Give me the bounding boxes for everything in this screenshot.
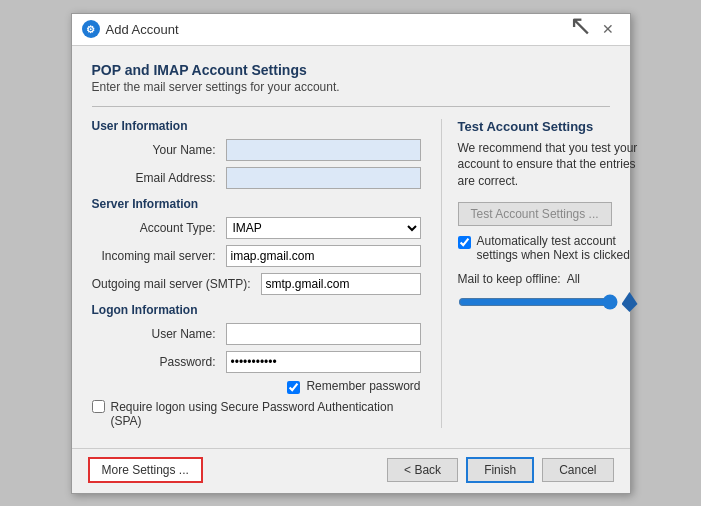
incoming-server-label: Incoming mail server:: [92, 249, 222, 263]
spa-row: Require logon using Secure Password Auth…: [92, 400, 421, 428]
email-address-row: Email Address:: [92, 167, 421, 189]
finish-button[interactable]: Finish: [466, 457, 534, 483]
account-type-select[interactable]: IMAP POP3: [226, 217, 421, 239]
password-row: Password:: [92, 351, 421, 373]
incoming-server-input[interactable]: [226, 245, 421, 267]
account-type-label: Account Type:: [92, 221, 222, 235]
window-icon: ⚙: [82, 20, 100, 38]
slider-icon: [622, 292, 638, 312]
back-button[interactable]: < Back: [387, 458, 458, 482]
your-name-row: Your Name:: [92, 139, 421, 161]
remember-password-label: Remember password: [306, 379, 420, 393]
server-info-title: Server Information: [92, 197, 421, 211]
test-settings-title: Test Account Settings: [458, 119, 638, 134]
cursor-decoration: ↖: [569, 9, 592, 42]
test-settings-description: We recommend that you test your account …: [458, 140, 638, 190]
offline-value: All: [567, 272, 580, 286]
password-label: Password:: [92, 355, 222, 369]
close-button[interactable]: ✕: [596, 17, 620, 41]
your-name-label: Your Name:: [92, 143, 222, 157]
auto-test-row: Automatically test account settings when…: [458, 234, 638, 262]
title-bar-left: ⚙ Add Account: [82, 20, 179, 38]
page-title: POP and IMAP Account Settings: [92, 62, 610, 78]
test-account-settings-button[interactable]: Test Account Settings ...: [458, 202, 612, 226]
email-address-label: Email Address:: [92, 171, 222, 185]
more-settings-button[interactable]: More Settings ...: [88, 457, 203, 483]
incoming-server-row: Incoming mail server:: [92, 245, 421, 267]
email-address-input[interactable]: [226, 167, 421, 189]
username-row: User Name:: [92, 323, 421, 345]
username-label: User Name:: [92, 327, 222, 341]
title-bar: ⚙ Add Account ↖ ✕: [72, 14, 630, 46]
cancel-button[interactable]: Cancel: [542, 458, 613, 482]
add-account-window: ⚙ Add Account ↖ ✕ POP and IMAP Account S…: [71, 13, 631, 494]
spa-label: Require logon using Secure Password Auth…: [111, 400, 421, 428]
divider: [92, 106, 610, 107]
account-type-row: Account Type: IMAP POP3: [92, 217, 421, 239]
offline-label: Mail to keep offline:: [458, 272, 561, 286]
user-info-title: User Information: [92, 119, 421, 133]
offline-row: Mail to keep offline: All: [458, 272, 638, 286]
left-column: User Information Your Name: Email Addres…: [92, 119, 421, 428]
main-content: POP and IMAP Account Settings Enter the …: [72, 46, 630, 440]
logon-info-title: Logon Information: [92, 303, 421, 317]
username-input[interactable]: [226, 323, 421, 345]
remember-row: Remember password: [92, 379, 421, 394]
two-column-layout: User Information Your Name: Email Addres…: [92, 119, 610, 428]
page-subtitle: Enter the mail server settings for your …: [92, 80, 610, 94]
password-input[interactable]: [226, 351, 421, 373]
footer: More Settings ... < Back Finish Cancel: [72, 448, 630, 493]
auto-test-label: Automatically test account settings when…: [477, 234, 638, 262]
spa-checkbox[interactable]: [92, 400, 105, 413]
auto-test-checkbox[interactable]: [458, 236, 471, 249]
remember-password-checkbox[interactable]: [287, 381, 300, 394]
your-name-input[interactable]: [226, 139, 421, 161]
right-column: Test Account Settings We recommend that …: [441, 119, 638, 428]
outgoing-server-row: Outgoing mail server (SMTP):: [92, 273, 421, 295]
slider-container: [458, 292, 638, 312]
window-title: Add Account: [106, 22, 179, 37]
offline-slider[interactable]: [458, 294, 618, 310]
outgoing-server-label: Outgoing mail server (SMTP):: [92, 277, 257, 291]
outgoing-server-input[interactable]: [261, 273, 421, 295]
